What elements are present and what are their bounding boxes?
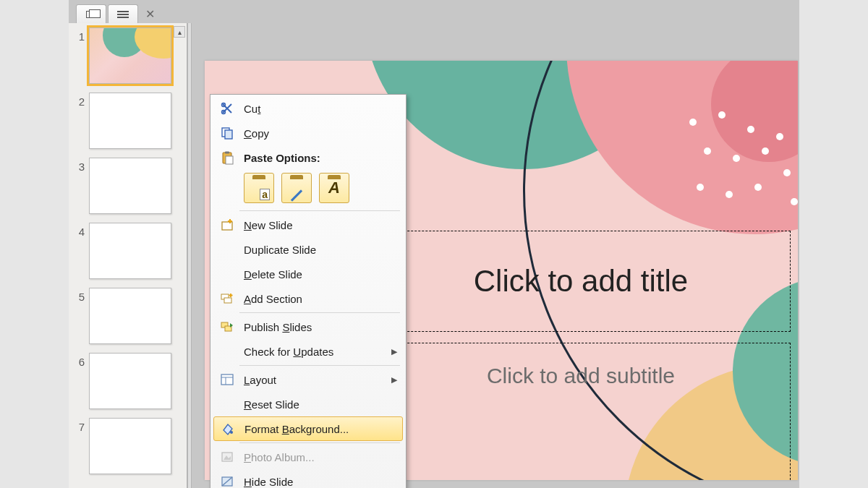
hide-slide-icon [216,472,238,488]
photo-album-icon [216,448,238,466]
svg-rect-5 [225,152,229,154]
tab-outline[interactable] [76,4,106,23]
menu-label: Paste Options: [244,152,404,164]
thumbnail-number: 5 [69,288,89,303]
subtitle-placeholder-text: Click to add subtitle [487,364,675,388]
thumbnail-slide-1[interactable]: 1 [69,23,187,88]
blank-icon [216,240,238,259]
menu-layout[interactable]: Layout ▶ [212,367,404,392]
thumbnail-slide-7[interactable]: 7 [69,414,187,479]
pane-tabs: ✕ [69,0,160,23]
menu-new-slide[interactable]: New Slide [212,213,404,237]
paste-options-row: A [212,170,404,209]
paste-text-only[interactable]: A [319,173,349,203]
menu-separator [239,312,400,313]
menu-add-section[interactable]: Add Section [212,286,404,311]
app-window: ✕ ▴ 1 2 3 4 5 [69,0,799,488]
subtitle-placeholder[interactable]: Click to add subtitle [371,343,791,480]
tab-slides[interactable] [108,4,138,23]
paste-keep-source-formatting[interactable] [281,173,312,203]
thumbnail-number: 1 [69,27,89,43]
add-section-icon [216,289,238,308]
menu-hide-slide[interactable]: Hide Slide [212,469,404,488]
thumbnail-slide-2[interactable]: 2 [69,88,187,153]
thumbnail-preview [89,223,171,279]
menu-copy[interactable]: Copy [212,121,404,145]
svg-rect-6 [226,156,233,164]
menu-label: Reset Slide [244,398,404,411]
thumbnail-slide-4[interactable]: 4 [69,218,187,283]
thumbnail-preview [89,288,171,344]
thumbnail-slide-6[interactable]: 6 [69,348,187,414]
menu-label: Hide Slide [244,476,404,488]
svg-point-15 [230,431,233,434]
menu-format-background[interactable]: Format Background... [213,416,403,441]
tab-close[interactable]: ✕ [140,4,160,23]
thumbnail-number: 6 [69,353,89,368]
scrollbar-up-icon[interactable]: ▴ [174,26,185,38]
menu-label: Check for Updates [244,346,391,358]
thumbnail-slide-3[interactable]: 3 [69,153,187,218]
blank-icon [216,395,238,414]
thumbnail-preview [89,27,171,84]
publish-icon [216,317,238,336]
thumbnail-number: 3 [69,158,89,173]
menu-label: Duplicate Slide [244,244,404,256]
menu-label: Layout [244,374,391,386]
menu-duplicate-slide[interactable]: Duplicate Slide [212,237,404,262]
layout-icon [216,370,238,389]
pane-splitter[interactable] [187,23,192,488]
scissors-icon [216,99,238,118]
menu-label: Add Section [244,293,404,305]
menu-label: Copy [244,127,404,140]
submenu-arrow-icon: ▶ [391,375,397,385]
thumbnail-number: 4 [69,223,89,238]
decor-dots [682,111,798,227]
thumbnail-preview [89,93,171,149]
menu-publish-slides[interactable]: Publish Slides [212,314,404,339]
menu-check-updates[interactable]: Check for Updates ▶ [212,339,404,364]
paste-icon [216,148,238,167]
blank-icon [216,265,238,283]
format-background-icon [217,419,239,438]
thumbnail-number: 7 [69,418,89,433]
close-icon: ✕ [145,7,155,21]
menu-reset-slide[interactable]: Reset Slide [212,392,404,416]
slide-thumbnails-panel[interactable]: ▴ 1 2 3 4 5 6 [69,23,187,488]
menu-separator [239,210,400,211]
svg-rect-9 [224,298,231,303]
work-area: ▴ 1 2 3 4 5 6 [69,23,799,488]
copy-icon [216,124,238,142]
blank-icon [216,342,238,361]
svg-rect-12 [221,374,233,385]
submenu-arrow-icon: ▶ [391,347,397,356]
menu-label: Cut [244,103,404,115]
context-menu: Cut Copy Paste Options: A New Slide [210,94,407,488]
menu-delete-slide[interactable]: Delete Slide [212,262,404,286]
menu-label: Format Background... [244,423,402,435]
menu-label: New Slide [244,219,404,231]
thumbnail-preview [89,353,171,409]
menu-paste-options-header: Paste Options: [212,145,404,170]
thumbnail-number: 2 [69,93,89,108]
title-placeholder[interactable]: Click to add title [371,231,791,332]
menu-label: Delete Slide [244,268,404,281]
title-placeholder-text: Click to add title [474,264,688,299]
menu-photo-album: Photo Album... [212,445,404,469]
thumbnail-preview [89,418,171,474]
menu-cut[interactable]: Cut [212,96,404,121]
thumbnail-preview [89,158,171,214]
menu-label: Publish Slides [244,321,404,333]
menu-separator [239,365,400,366]
new-slide-icon [216,215,238,234]
paste-use-destination-theme[interactable] [244,173,274,203]
svg-rect-3 [225,130,232,139]
menu-separator [239,442,400,443]
thumbnail-slide-5[interactable]: 5 [69,283,187,348]
menu-label: Photo Album... [244,451,404,463]
